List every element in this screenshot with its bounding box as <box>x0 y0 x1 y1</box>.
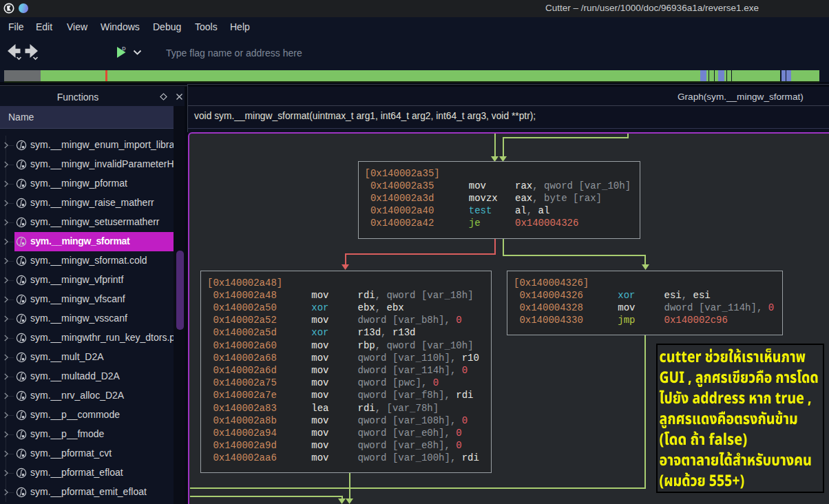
svg-text:D: D <box>122 45 126 52</box>
